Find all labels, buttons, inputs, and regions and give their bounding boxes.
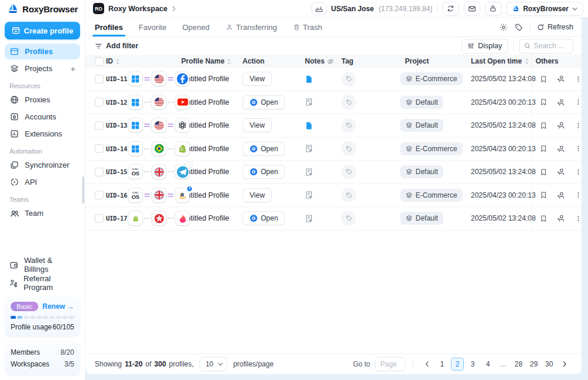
kebab-menu-icon[interactable]	[574, 215, 582, 222]
note-icon[interactable]	[305, 214, 313, 223]
action-button[interactable]: Open	[242, 95, 285, 109]
display-button[interactable]: Display	[461, 39, 508, 54]
sort-icon[interactable]	[115, 58, 120, 65]
kebab-menu-icon[interactable]	[574, 145, 582, 152]
kebab-menu-icon[interactable]	[574, 191, 582, 199]
sidebar-item-wallet[interactable]: Wallet & Billings	[5, 256, 80, 274]
user-plus-icon[interactable]	[557, 75, 565, 83]
prev-page-button[interactable]	[420, 358, 433, 371]
bookmark-icon[interactable]	[540, 98, 547, 106]
row-checkbox[interactable]	[95, 75, 104, 84]
add-project-button[interactable]: +	[71, 64, 75, 74]
note-icon[interactable]	[305, 98, 313, 106]
row-checkbox[interactable]	[95, 168, 104, 176]
row-checkbox[interactable]	[95, 191, 104, 199]
action-button[interactable]: View	[242, 72, 272, 86]
user-plus-icon[interactable]	[557, 214, 565, 222]
sidebar-item-projects[interactable]: Projects +	[5, 61, 80, 76]
user-plus-icon[interactable]	[557, 168, 565, 176]
page-number[interactable]: 2	[451, 358, 464, 371]
tag-icon[interactable]	[341, 141, 356, 156]
account-menu-button[interactable]: RoxyBrowser	[506, 2, 583, 16]
action-button[interactable]: View	[242, 118, 272, 132]
note-icon[interactable]	[305, 191, 313, 199]
bookmark-icon[interactable]	[540, 145, 547, 152]
tag-icon[interactable]	[341, 188, 356, 202]
lock-button[interactable]	[485, 2, 501, 16]
table-row: UID-15 macOS ··· Untitled Profile Open D…	[85, 161, 582, 184]
proxy-router-icon[interactable]	[311, 2, 327, 15]
sidebar-item-accounts[interactable]: Accounts	[5, 109, 80, 125]
kebab-menu-icon[interactable]	[574, 98, 582, 106]
bookmark-icon[interactable]	[540, 75, 547, 83]
row-checkbox[interactable]	[95, 121, 104, 130]
tag-icon[interactable]	[341, 211, 356, 226]
sort-icon[interactable]	[227, 58, 231, 65]
sidebar-item-referral[interactable]: Referral Program	[5, 274, 80, 292]
sidebar-item-synchroinzer[interactable]: Synchroinzer	[5, 157, 80, 173]
tab-transferring[interactable]: Transferring	[225, 18, 277, 36]
sidebar-item-extensions[interactable]: Extensions	[5, 126, 80, 142]
tag-icon[interactable]	[341, 118, 356, 133]
action-button[interactable]: Open	[242, 142, 285, 156]
page-number[interactable]: 4	[481, 358, 494, 371]
note-icon[interactable]	[305, 168, 313, 176]
page-number[interactable]: 30	[543, 358, 556, 371]
eye-off-icon[interactable]	[327, 58, 334, 65]
page-number[interactable]: 1	[436, 358, 449, 371]
sidebar-item-profiles[interactable]: Profiles	[5, 44, 80, 59]
bookmark-icon[interactable]	[540, 191, 547, 199]
note-icon[interactable]	[305, 121, 313, 130]
workspace-switcher[interactable]: RO Roxy Workspace	[93, 3, 176, 14]
create-profile-button[interactable]: Create profile	[5, 22, 80, 39]
row-checkbox[interactable]	[95, 214, 104, 223]
tab-profiles[interactable]: Profiles	[95, 18, 123, 36]
bookmark-icon[interactable]	[540, 168, 547, 176]
mail-button[interactable]	[464, 2, 480, 16]
user-plus-icon[interactable]	[557, 145, 565, 153]
row-checkbox[interactable]	[95, 98, 104, 106]
action-button[interactable]: View	[242, 188, 272, 202]
sidebar-item-team[interactable]: Team	[5, 205, 80, 221]
kebab-menu-icon[interactable]	[574, 168, 582, 176]
page-number[interactable]: 3	[466, 358, 479, 371]
next-page-button[interactable]	[558, 358, 571, 371]
tab-favorite[interactable]: Favorite	[139, 18, 167, 36]
table-row: UID-11 Untitled Profile View E-Commerce …	[85, 68, 582, 91]
tag-icon[interactable]	[341, 72, 356, 86]
user-plus-icon[interactable]	[557, 98, 565, 106]
page-size-select[interactable]: 10	[200, 357, 227, 371]
note-icon[interactable]	[305, 144, 313, 153]
bookmark-icon[interactable]	[540, 122, 547, 129]
note-icon[interactable]	[305, 75, 313, 84]
tag-icon[interactable]	[341, 165, 356, 179]
stack-icon	[406, 145, 413, 152]
sidebar-item-proxies[interactable]: Proxies	[5, 92, 80, 108]
settings-gear-icon[interactable]	[499, 23, 508, 32]
action-button[interactable]: Open	[242, 211, 285, 225]
refresh-button[interactable]: Refresh	[537, 23, 573, 31]
app-window: RoxyBrowser Create profile Profiles Proj…	[0, 0, 588, 380]
tags-icon[interactable]	[514, 23, 523, 32]
sync-button[interactable]	[443, 2, 459, 16]
tab-trash[interactable]: Trash	[293, 18, 323, 36]
sort-icon[interactable]	[524, 58, 529, 65]
tag-icon[interactable]	[341, 95, 356, 109]
search-input[interactable]	[534, 42, 568, 50]
user-plus-icon[interactable]	[557, 121, 565, 129]
page-number[interactable]: 29	[527, 358, 540, 371]
kebab-menu-icon[interactable]	[574, 75, 582, 83]
sidebar-item-api[interactable]: API	[5, 174, 80, 190]
user-plus-icon[interactable]	[557, 191, 565, 199]
sidebar-scrollbar[interactable]	[82, 176, 84, 204]
add-filter-button[interactable]: Add filter	[95, 42, 138, 50]
row-checkbox[interactable]	[95, 144, 104, 153]
action-button[interactable]: Open	[242, 165, 285, 179]
goto-page-input[interactable]	[375, 357, 406, 371]
bookmark-icon[interactable]	[540, 215, 547, 222]
tab-opened[interactable]: Opened	[182, 18, 210, 36]
kebab-menu-icon[interactable]	[574, 122, 582, 129]
page-number[interactable]: 28	[512, 358, 525, 371]
select-all-checkbox[interactable]	[95, 57, 104, 66]
renew-link[interactable]: Renew →	[42, 302, 74, 311]
